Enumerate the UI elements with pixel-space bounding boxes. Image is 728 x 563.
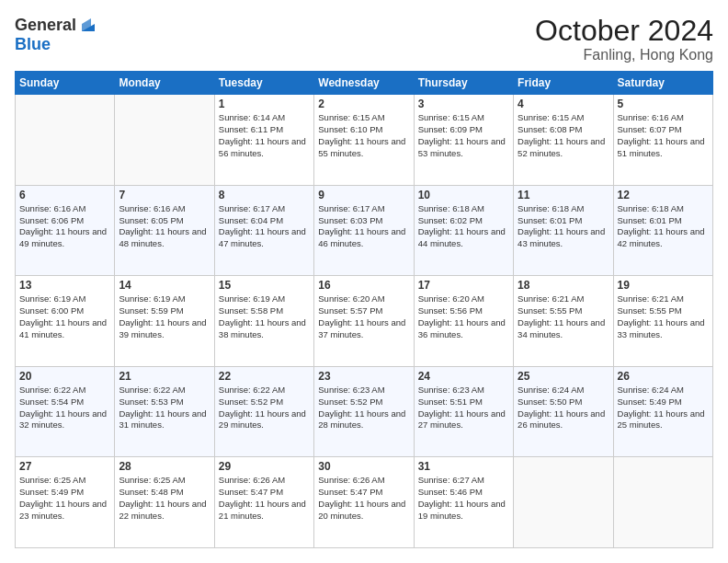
calendar-cell: 15Sunrise: 6:19 AM Sunset: 5:58 PM Dayli… <box>214 276 313 367</box>
cell-info: Sunrise: 6:16 AM Sunset: 6:05 PM Dayligh… <box>119 203 210 250</box>
cell-info: Sunrise: 6:22 AM Sunset: 5:54 PM Dayligh… <box>19 385 110 431</box>
cell-info: Sunrise: 6:15 AM Sunset: 6:09 PM Dayligh… <box>418 112 509 159</box>
cell-info: Sunrise: 6:15 AM Sunset: 6:08 PM Dayligh… <box>518 112 609 159</box>
day-number: 18 <box>518 279 609 292</box>
cell-info: Sunrise: 6:25 AM Sunset: 5:49 PM Dayligh… <box>19 475 110 522</box>
day-number: 9 <box>318 189 409 201</box>
day-number: 22 <box>219 370 310 383</box>
calendar-cell: 4Sunrise: 6:15 AM Sunset: 6:08 PM Daylig… <box>514 95 613 186</box>
cell-info: Sunrise: 6:22 AM Sunset: 5:52 PM Dayligh… <box>219 385 310 431</box>
calendar-cell <box>16 95 115 186</box>
calendar-cell: 23Sunrise: 6:23 AM Sunset: 5:52 PM Dayli… <box>314 366 414 457</box>
day-number: 11 <box>518 189 609 201</box>
calendar-cell: 14Sunrise: 6:19 AM Sunset: 5:59 PM Dayli… <box>115 276 214 367</box>
cell-info: Sunrise: 6:19 AM Sunset: 5:58 PM Dayligh… <box>219 293 310 340</box>
cell-info: Sunrise: 6:18 AM Sunset: 6:01 PM Dayligh… <box>518 203 609 250</box>
cell-info: Sunrise: 6:18 AM Sunset: 6:01 PM Dayligh… <box>618 203 709 250</box>
logo: General Blue <box>15 15 98 54</box>
cell-info: Sunrise: 6:19 AM Sunset: 6:00 PM Dayligh… <box>19 293 110 340</box>
cell-info: Sunrise: 6:22 AM Sunset: 5:53 PM Dayligh… <box>119 385 210 431</box>
day-number: 29 <box>219 460 310 473</box>
calendar-cell: 9Sunrise: 6:17 AM Sunset: 6:03 PM Daylig… <box>314 185 414 276</box>
cell-info: Sunrise: 6:23 AM Sunset: 5:52 PM Dayligh… <box>318 385 409 431</box>
col-header-monday: Monday <box>115 72 214 95</box>
calendar-week-0: 1Sunrise: 6:14 AM Sunset: 6:11 PM Daylig… <box>16 95 713 186</box>
calendar-cell: 22Sunrise: 6:22 AM Sunset: 5:52 PM Dayli… <box>214 366 313 457</box>
day-number: 26 <box>618 370 709 383</box>
page: General Blue October 2024 Fanling, Hong … <box>0 0 728 563</box>
day-number: 2 <box>318 98 409 110</box>
cell-info: Sunrise: 6:26 AM Sunset: 5:47 PM Dayligh… <box>318 475 409 522</box>
cell-info: Sunrise: 6:21 AM Sunset: 5:55 PM Dayligh… <box>518 293 609 340</box>
calendar-cell: 2Sunrise: 6:15 AM Sunset: 6:10 PM Daylig… <box>314 95 414 186</box>
day-number: 4 <box>518 98 609 110</box>
col-header-thursday: Thursday <box>414 72 513 95</box>
calendar-cell <box>613 457 712 548</box>
day-number: 16 <box>318 279 409 292</box>
logo-blue: Blue <box>15 35 51 54</box>
day-number: 21 <box>119 370 210 383</box>
col-header-wednesday: Wednesday <box>314 72 414 95</box>
header: General Blue October 2024 Fanling, Hong … <box>15 15 713 63</box>
calendar-cell: 6Sunrise: 6:16 AM Sunset: 6:06 PM Daylig… <box>16 185 115 276</box>
calendar-week-2: 13Sunrise: 6:19 AM Sunset: 6:00 PM Dayli… <box>16 276 713 367</box>
cell-info: Sunrise: 6:20 AM Sunset: 5:57 PM Dayligh… <box>318 293 409 340</box>
calendar-cell: 29Sunrise: 6:26 AM Sunset: 5:47 PM Dayli… <box>214 457 313 548</box>
calendar-cell: 30Sunrise: 6:26 AM Sunset: 5:47 PM Dayli… <box>314 457 414 548</box>
cell-info: Sunrise: 6:17 AM Sunset: 6:04 PM Dayligh… <box>219 203 310 250</box>
svg-marker-1 <box>82 18 91 31</box>
title-block: October 2024 Fanling, Hong Kong <box>535 15 713 63</box>
day-number: 19 <box>618 279 709 292</box>
calendar-header-row: SundayMondayTuesdayWednesdayThursdayFrid… <box>16 72 713 95</box>
calendar-cell: 1Sunrise: 6:14 AM Sunset: 6:11 PM Daylig… <box>214 95 313 186</box>
day-number: 12 <box>618 189 709 201</box>
calendar-cell: 27Sunrise: 6:25 AM Sunset: 5:49 PM Dayli… <box>16 457 115 548</box>
calendar-cell: 31Sunrise: 6:27 AM Sunset: 5:46 PM Dayli… <box>414 457 513 548</box>
cell-info: Sunrise: 6:18 AM Sunset: 6:02 PM Dayligh… <box>418 203 509 250</box>
calendar-cell: 20Sunrise: 6:22 AM Sunset: 5:54 PM Dayli… <box>16 366 115 457</box>
day-number: 8 <box>219 189 310 201</box>
calendar-week-1: 6Sunrise: 6:16 AM Sunset: 6:06 PM Daylig… <box>16 185 713 276</box>
calendar-cell: 17Sunrise: 6:20 AM Sunset: 5:56 PM Dayli… <box>414 276 513 367</box>
col-header-saturday: Saturday <box>613 72 712 95</box>
day-number: 1 <box>219 98 310 110</box>
cell-info: Sunrise: 6:19 AM Sunset: 5:59 PM Dayligh… <box>119 293 210 340</box>
col-header-friday: Friday <box>514 72 613 95</box>
day-number: 13 <box>19 279 110 292</box>
cell-info: Sunrise: 6:24 AM Sunset: 5:50 PM Dayligh… <box>518 385 609 431</box>
day-number: 25 <box>518 370 609 383</box>
cell-info: Sunrise: 6:26 AM Sunset: 5:47 PM Dayligh… <box>219 475 310 522</box>
cell-info: Sunrise: 6:27 AM Sunset: 5:46 PM Dayligh… <box>418 475 509 522</box>
calendar-cell: 25Sunrise: 6:24 AM Sunset: 5:50 PM Dayli… <box>514 366 613 457</box>
calendar-cell: 5Sunrise: 6:16 AM Sunset: 6:07 PM Daylig… <box>613 95 712 186</box>
day-number: 14 <box>119 279 210 292</box>
calendar-cell: 12Sunrise: 6:18 AM Sunset: 6:01 PM Dayli… <box>613 185 712 276</box>
day-number: 20 <box>19 370 110 383</box>
cell-info: Sunrise: 6:16 AM Sunset: 6:06 PM Dayligh… <box>19 203 110 250</box>
day-number: 15 <box>219 279 310 292</box>
calendar-cell: 19Sunrise: 6:21 AM Sunset: 5:55 PM Dayli… <box>613 276 712 367</box>
logo-general: General <box>15 16 76 35</box>
calendar-cell <box>514 457 613 548</box>
logo-icon <box>78 15 98 35</box>
cell-info: Sunrise: 6:23 AM Sunset: 5:51 PM Dayligh… <box>418 385 509 431</box>
calendar-cell: 18Sunrise: 6:21 AM Sunset: 5:55 PM Dayli… <box>514 276 613 367</box>
calendar-cell: 13Sunrise: 6:19 AM Sunset: 6:00 PM Dayli… <box>16 276 115 367</box>
calendar-week-4: 27Sunrise: 6:25 AM Sunset: 5:49 PM Dayli… <box>16 457 713 548</box>
day-number: 27 <box>19 460 110 473</box>
day-number: 24 <box>418 370 509 383</box>
col-header-tuesday: Tuesday <box>214 72 313 95</box>
calendar-cell: 26Sunrise: 6:24 AM Sunset: 5:49 PM Dayli… <box>613 366 712 457</box>
calendar-week-3: 20Sunrise: 6:22 AM Sunset: 5:54 PM Dayli… <box>16 366 713 457</box>
day-number: 5 <box>618 98 709 110</box>
day-number: 31 <box>418 460 509 473</box>
cell-info: Sunrise: 6:16 AM Sunset: 6:07 PM Dayligh… <box>618 112 709 159</box>
day-number: 7 <box>119 189 210 201</box>
day-number: 3 <box>418 98 509 110</box>
calendar-cell: 24Sunrise: 6:23 AM Sunset: 5:51 PM Dayli… <box>414 366 513 457</box>
location-title: Fanling, Hong Kong <box>535 47 713 63</box>
day-number: 28 <box>119 460 210 473</box>
calendar-cell: 7Sunrise: 6:16 AM Sunset: 6:05 PM Daylig… <box>115 185 214 276</box>
col-header-sunday: Sunday <box>16 72 115 95</box>
cell-info: Sunrise: 6:14 AM Sunset: 6:11 PM Dayligh… <box>219 112 310 159</box>
